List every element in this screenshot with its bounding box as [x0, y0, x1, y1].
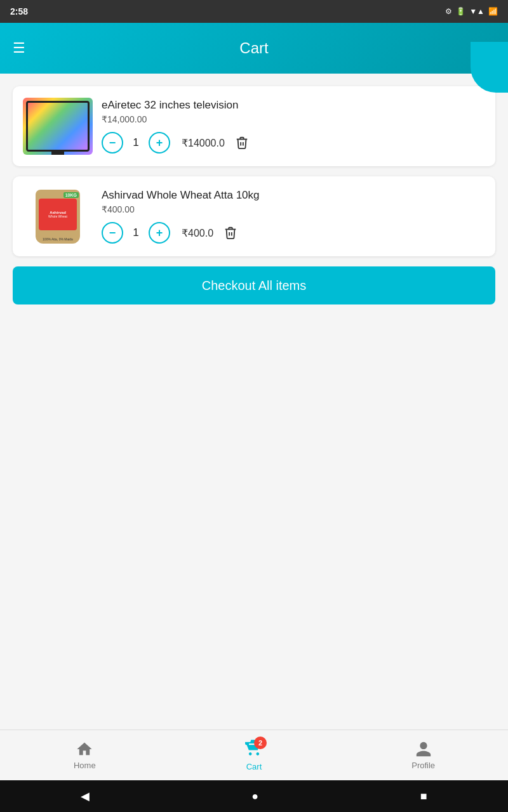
item-atta-increase-button[interactable]: + — [149, 222, 170, 244]
trash-icon — [235, 136, 249, 150]
cart-item-tv: eAiretec 32 inches television ₹14,000.00… — [13, 86, 495, 166]
signal-icon: 📶 — [488, 7, 498, 16]
item-tv-quantity: 1 — [130, 136, 142, 149]
battery-icon: 🔋 — [456, 7, 465, 16]
android-back-button[interactable]: ◀ — [81, 789, 90, 803]
status-icons: ⚙ 🔋 ▼▲ 📶 — [445, 7, 498, 16]
android-recent-button[interactable]: ■ — [420, 790, 427, 803]
item-atta-quantity: 1 — [130, 226, 142, 239]
atta-label: Ashirvad Whole Wheat — [39, 199, 77, 230]
settings-icon: ⚙ — [445, 7, 452, 16]
item-tv-delete-button[interactable] — [235, 136, 249, 150]
item-atta-details: Ashirvad Whole Wheat Atta 10kg ₹400.00 −… — [102, 189, 485, 244]
page-title: Cart — [38, 39, 470, 57]
wifi-icon: ▼▲ — [469, 7, 485, 16]
item-atta-controls: − 1 + ₹400.0 — [102, 222, 485, 244]
tv-visual — [23, 98, 93, 155]
item-atta-decrease-button[interactable]: − — [102, 222, 123, 244]
menu-button[interactable]: ☰ — [13, 41, 25, 55]
header: ☰ Cart — [0, 23, 508, 74]
cart-item-atta: Ashirvad Whole Wheat 100% Atta, 0% Maida… — [13, 176, 495, 256]
item-tv-decrease-button[interactable]: − — [102, 132, 123, 154]
item-tv-image — [23, 98, 93, 155]
item-tv-name: eAiretec 32 inches television — [102, 99, 485, 112]
trash-icon — [224, 226, 237, 240]
profile-icon — [415, 740, 432, 758]
item-atta-price: ₹400.00 — [102, 204, 485, 214]
atta-visual: Ashirvad Whole Wheat 100% Atta, 0% Maida — [23, 188, 93, 245]
item-tv-increase-button[interactable]: + — [149, 132, 170, 154]
tv-frame — [26, 101, 90, 152]
home-icon — [76, 740, 93, 758]
cart-badge: 2 — [254, 737, 267, 749]
item-tv-subtotal: ₹14000.0 — [182, 137, 225, 149]
cart-icon-wrapper: 2 — [245, 739, 263, 759]
item-atta-subtotal: ₹400.0 — [182, 227, 213, 239]
nav-home-label: Home — [74, 761, 96, 770]
android-nav-bar: ◀ ● ■ — [0, 780, 508, 812]
item-tv-controls: − 1 + ₹14000.0 — [102, 132, 485, 154]
nav-profile[interactable]: Profile — [338, 740, 508, 770]
atta-bag: Ashirvad Whole Wheat 100% Atta, 0% Maida — [36, 190, 80, 244]
nav-cart[interactable]: 2 Cart — [170, 739, 339, 771]
status-time: 2:58 — [10, 6, 28, 16]
nav-profile-label: Profile — [411, 761, 435, 770]
item-tv-details: eAiretec 32 inches television ₹14,000.00… — [102, 99, 485, 154]
item-atta-image: Ashirvad Whole Wheat 100% Atta, 0% Maida — [23, 188, 93, 245]
atta-bottom-text: 100% Atta, 0% Maida — [43, 237, 73, 241]
bottom-nav: Home 2 Cart Profile — [0, 730, 508, 780]
nav-home[interactable]: Home — [0, 740, 170, 770]
cart-content: eAiretec 32 inches television ₹14,000.00… — [0, 74, 508, 761]
checkout-all-button[interactable]: Checkout All items — [13, 266, 495, 304]
item-atta-delete-button[interactable] — [224, 226, 237, 240]
item-atta-name: Ashirvad Whole Wheat Atta 10kg — [102, 189, 485, 202]
status-bar: 2:58 ⚙ 🔋 ▼▲ 📶 — [0, 0, 508, 23]
item-tv-price: ₹14,000.00 — [102, 114, 485, 124]
android-home-button[interactable]: ● — [251, 790, 258, 803]
nav-cart-label: Cart — [246, 762, 262, 771]
